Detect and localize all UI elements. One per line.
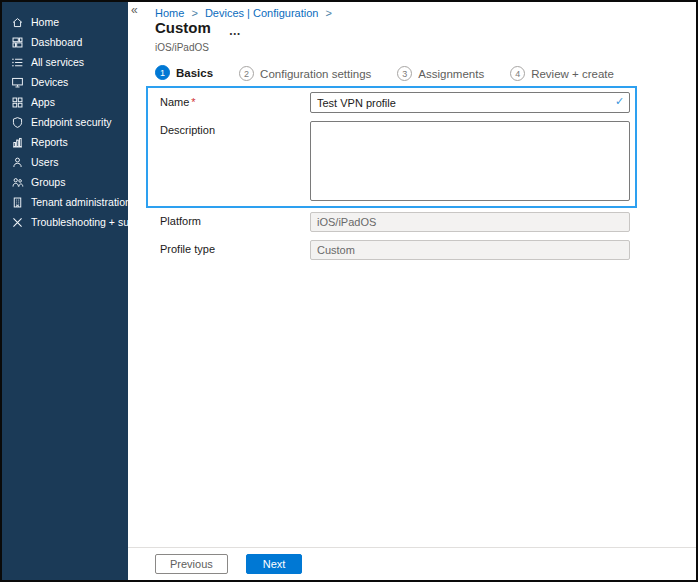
sidebar-item-dashboard[interactable]: Dashboard	[2, 32, 128, 52]
reports-icon	[11, 136, 24, 149]
sidebar-item-troubleshooting[interactable]: Troubleshooting + support	[2, 212, 128, 232]
step-number-badge: 3	[397, 66, 412, 81]
sidebar-item-users[interactable]: Users	[2, 152, 128, 172]
tab-assignments[interactable]: 3 Assignments	[397, 65, 484, 88]
page-subtitle: iOS/iPadOS	[155, 42, 209, 53]
user-icon	[11, 156, 24, 169]
sidebar: Home Dashboard All services Devices	[2, 2, 128, 580]
step-number-badge: 4	[510, 66, 525, 81]
valid-check-icon: ✓	[615, 95, 624, 108]
sidebar-collapse-icon[interactable]: «	[131, 3, 138, 17]
platform-label: Platform	[160, 215, 201, 227]
tenant-admin-icon	[11, 196, 24, 209]
breadcrumb-home-link[interactable]: Home	[155, 7, 184, 19]
step-number-badge: 1	[155, 65, 170, 80]
title-row: Custom …	[155, 19, 242, 36]
next-button[interactable]: Next	[246, 554, 303, 574]
name-input[interactable]	[310, 92, 630, 113]
sidebar-item-groups[interactable]: Groups	[2, 172, 128, 192]
sidebar-item-label: Devices	[31, 76, 68, 88]
breadcrumb: Home > Devices | Configuration >	[155, 7, 336, 19]
sidebar-item-label: Users	[31, 156, 58, 168]
wizard-steps: 1 Basics 2 Configuration settings 3 Assi…	[155, 65, 640, 88]
more-menu-button[interactable]: …	[229, 26, 242, 36]
app-window: Home Dashboard All services Devices	[0, 0, 698, 582]
breadcrumb-separator: >	[191, 7, 197, 19]
sidebar-item-home[interactable]: Home	[2, 12, 128, 32]
page-title: Custom	[155, 19, 211, 36]
sidebar-item-label: Reports	[31, 136, 68, 148]
sidebar-item-label: Endpoint security	[31, 116, 112, 128]
step-label: Review + create	[531, 68, 614, 80]
shield-icon	[11, 116, 24, 129]
description-label: Description	[160, 124, 215, 136]
sidebar-item-label: Apps	[31, 96, 55, 108]
sidebar-item-endpoint-security[interactable]: Endpoint security	[2, 112, 128, 132]
breadcrumb-separator: >	[326, 7, 332, 19]
all-services-icon	[11, 56, 24, 69]
step-label: Basics	[176, 67, 213, 79]
platform-input	[310, 212, 630, 232]
profile-type-label: Profile type	[160, 243, 215, 255]
breadcrumb-section-link[interactable]: Devices | Configuration	[205, 7, 319, 19]
step-label: Assignments	[418, 68, 484, 80]
required-asterisk: *	[191, 96, 195, 108]
dashboard-icon	[11, 36, 24, 49]
sidebar-nav: Home Dashboard All services Devices	[2, 12, 128, 232]
sidebar-item-tenant-administration[interactable]: Tenant administration	[2, 192, 128, 212]
step-label: Configuration settings	[260, 68, 371, 80]
description-input[interactable]	[310, 121, 630, 201]
apps-icon	[11, 96, 24, 109]
sidebar-item-label: Tenant administration	[31, 196, 131, 208]
sidebar-item-label: Dashboard	[31, 36, 82, 48]
tab-review-create[interactable]: 4 Review + create	[510, 65, 614, 88]
sidebar-item-apps[interactable]: Apps	[2, 92, 128, 112]
tab-configuration-settings[interactable]: 2 Configuration settings	[239, 65, 371, 88]
sidebar-item-label: Home	[31, 16, 59, 28]
tab-basics[interactable]: 1 Basics	[155, 65, 213, 88]
previous-button[interactable]: Previous	[155, 554, 228, 574]
main-content: « Home > Devices | Configuration > Custo…	[128, 2, 696, 580]
devices-icon	[11, 76, 24, 89]
sidebar-item-label: Groups	[31, 176, 65, 188]
profile-type-input	[310, 240, 630, 260]
troubleshoot-icon	[11, 216, 24, 229]
sidebar-item-all-services[interactable]: All services	[2, 52, 128, 72]
sidebar-item-label: All services	[31, 56, 84, 68]
sidebar-item-reports[interactable]: Reports	[2, 132, 128, 152]
step-number-badge: 2	[239, 66, 254, 81]
wizard-footer: Previous Next	[128, 547, 696, 580]
name-label: Name*	[160, 96, 196, 108]
sidebar-item-devices[interactable]: Devices	[2, 72, 128, 92]
home-icon	[11, 16, 24, 29]
group-icon	[11, 176, 24, 189]
